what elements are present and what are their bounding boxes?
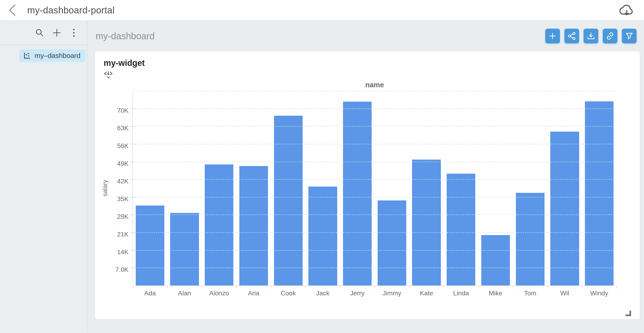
y-tick-label: 56K xyxy=(117,142,128,150)
y-tick-mark xyxy=(130,250,135,250)
bar-tom[interactable] xyxy=(516,193,544,285)
bar-slot xyxy=(306,91,340,285)
x-tick-mark xyxy=(306,285,306,289)
x-tick-mark xyxy=(375,285,375,289)
x-tick-mark xyxy=(340,285,340,289)
bar-wil[interactable] xyxy=(550,132,579,285)
bar-slot xyxy=(202,91,236,285)
bar-slot xyxy=(271,91,306,285)
filter-button[interactable] xyxy=(622,29,636,44)
more-options-button[interactable] xyxy=(69,28,79,38)
gridline xyxy=(133,109,616,109)
bar-slot xyxy=(167,91,202,285)
bar-ada[interactable] xyxy=(136,205,164,285)
x-tick-label: Kate xyxy=(409,289,444,297)
x-tick-label: Tom xyxy=(513,289,548,297)
sidebar-item-label: my–dashboard xyxy=(34,52,80,60)
y-tick-label: 28K xyxy=(117,213,128,220)
x-tick-mark xyxy=(478,285,479,289)
add-button[interactable] xyxy=(52,28,62,38)
kebab-menu-icon xyxy=(73,28,75,38)
bar-slot xyxy=(548,91,582,285)
bar-jerry[interactable] xyxy=(343,102,372,285)
dashboard-toolbar xyxy=(545,29,636,44)
bar-slot xyxy=(133,91,167,285)
gridline xyxy=(133,126,616,127)
bar-kate[interactable] xyxy=(412,160,441,285)
y-tick-label: 42K xyxy=(117,178,128,185)
bar-series xyxy=(133,91,616,285)
x-axis-labels: AdaAlanAlonzoAriaCookJackJerryJimmyKateL… xyxy=(133,289,616,297)
y-axis-title: salary xyxy=(98,91,112,285)
resize-handle-icon[interactable] xyxy=(626,310,631,316)
main-panel: my-dashboard xyxy=(87,21,644,332)
add-widget-button[interactable] xyxy=(545,29,560,44)
x-tick-mark xyxy=(133,285,133,289)
dashboard-tree: my–dashboard xyxy=(0,45,87,62)
y-tick-mark xyxy=(130,179,135,180)
y-tick-mark xyxy=(130,232,135,233)
app-header: my-dashboard-portal xyxy=(0,0,644,21)
bar-slot xyxy=(582,91,616,285)
sidebar: my–dashboard xyxy=(0,21,87,332)
x-tick-label: Mike xyxy=(478,289,513,297)
gridline xyxy=(133,268,616,268)
search-button[interactable] xyxy=(34,28,45,38)
page-title: my-dashboard-portal xyxy=(27,5,115,16)
y-tick-mark xyxy=(130,126,135,127)
sidebar-toolbar xyxy=(0,21,87,45)
y-tick-mark xyxy=(130,109,135,109)
x-tick-mark xyxy=(409,285,410,289)
back-button[interactable] xyxy=(7,5,18,16)
bar-slot xyxy=(236,91,271,285)
bar-alan[interactable] xyxy=(170,213,199,285)
bar-slot xyxy=(409,91,444,285)
y-tick-label: 49K xyxy=(117,160,128,167)
filter-icon xyxy=(625,32,634,40)
bar-slot xyxy=(340,91,375,285)
share-button[interactable] xyxy=(564,29,579,44)
gridline xyxy=(133,162,616,162)
x-tick-label: Jack xyxy=(306,289,340,297)
bar-windy[interactable] xyxy=(585,101,614,285)
chart-plot-area: 7.0K14K21K28K35K42K49K56K63K70K xyxy=(133,91,616,285)
bar-mike[interactable] xyxy=(481,235,510,285)
link-button[interactable] xyxy=(603,29,618,44)
y-tick-mark xyxy=(130,214,135,215)
gridline xyxy=(133,91,616,91)
x-tick-label: Jimmy xyxy=(375,289,409,297)
drag-handle-icon xyxy=(103,70,113,79)
bar-alonzo[interactable] xyxy=(205,164,233,285)
plus-icon xyxy=(52,28,62,38)
y-tick-mark xyxy=(130,162,135,162)
widget-title: my-widget xyxy=(104,58,145,68)
chart-title: name xyxy=(133,81,616,89)
x-tick-label: Alonzo xyxy=(202,289,236,297)
y-tick-label: 70K xyxy=(117,107,128,114)
x-tick-label: Alan xyxy=(167,289,202,297)
bar-linda[interactable] xyxy=(447,174,475,285)
x-tick-mark xyxy=(271,285,272,289)
bar-cook[interactable] xyxy=(274,116,302,285)
download-icon xyxy=(586,32,595,41)
x-tick-label: Linda xyxy=(444,289,478,297)
x-tick-label: Jerry xyxy=(340,289,375,297)
cloud-download-icon xyxy=(620,5,634,16)
y-tick-mark xyxy=(130,197,135,197)
x-tick-mark xyxy=(444,285,444,289)
bar-jack[interactable] xyxy=(308,187,337,285)
bar-jimmy[interactable] xyxy=(378,200,406,285)
chart-icon xyxy=(23,52,31,60)
export-button[interactable] xyxy=(584,29,598,44)
y-tick-mark xyxy=(130,268,135,268)
x-tick-label: Ada xyxy=(133,289,167,297)
x-tick-label: Aria xyxy=(236,289,271,297)
sidebar-item-my-dashboard[interactable]: my–dashboard xyxy=(20,50,86,62)
widget-drag-handle[interactable] xyxy=(103,70,113,79)
y-tick-label: 21K xyxy=(117,231,128,238)
y-tick-label: 35K xyxy=(117,195,128,203)
x-tick-mark xyxy=(582,285,582,289)
bar-slot xyxy=(478,91,513,285)
cloud-download-button[interactable] xyxy=(620,5,634,16)
y-tick-mark xyxy=(130,144,135,144)
